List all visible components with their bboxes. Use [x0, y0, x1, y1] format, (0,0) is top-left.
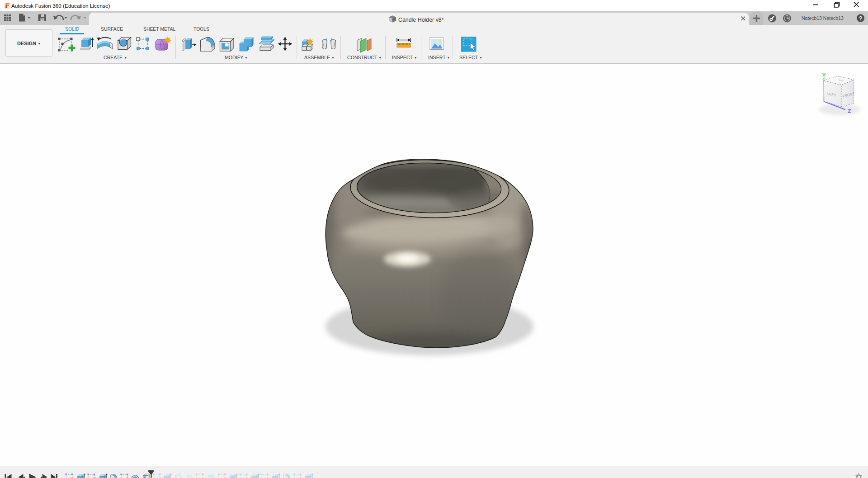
svg-text:Y: Y: [822, 72, 826, 79]
svg-text:Z: Z: [848, 108, 851, 114]
svg-text:?: ?: [859, 15, 863, 22]
